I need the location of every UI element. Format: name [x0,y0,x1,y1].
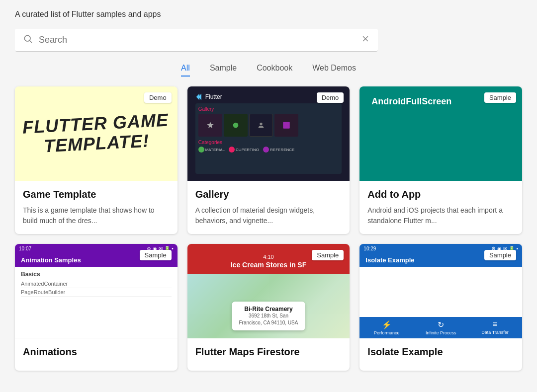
isolate-time: 10:29 [363,246,376,251]
card-animation-body: Animations [15,338,178,371]
svg-line-1 [30,41,32,43]
card-game-template[interactable]: Flutter GameTemplate! Demo Game Template… [15,86,178,234]
gallery-thumbnails [198,114,339,137]
isolate-infinite-label: Infinite Process [426,330,456,335]
svg-point-6 [260,123,262,125]
card-isolate[interactable]: 10:29 ⚙ ◉ ✉ 🔋 • Isolate Example ⚡ [359,244,522,371]
card-game-template-body: Game Template This is a game template th… [15,181,178,234]
card-isolate-title: Isolate Example [367,346,514,358]
gallery-section-label: Gallery [198,106,339,112]
isolate-bottom-nav: ⚡ Performance ↻ Infinite Process ≡ Data … [359,317,522,338]
page-container: A curated list of Flutter samples and ap… [0,0,537,381]
card-add-to-app[interactable]: AndroidFullScreen Sample Add to App Andr… [359,86,522,234]
search-bar [15,29,378,52]
page-subtitle: A curated list of Flutter samples and ap… [15,10,522,19]
card-animation-image: 10:07 ⚙ ◉ ✉ 🔋 • Animation Samples Basics… [15,244,178,338]
card-gallery-body: Gallery A collection of material design … [187,181,350,234]
tabs-container: All Sample Cookbook Web Demos [15,64,522,77]
card-animation-title: Animations [23,346,170,358]
card-game-template-title: Game Template [23,189,170,200]
card-gallery[interactable]: Flutter Gallery [187,86,350,234]
isolate-nav-infinite: ↻ Infinite Process [414,320,468,335]
maps-content: Bi-Rite Creamery 3692 18th St, SanFranci… [187,274,350,338]
card-maps-body: Flutter Maps Firestore [187,338,350,371]
search-icon [23,34,33,46]
card-game-template-image: Flutter GameTemplate! Demo [15,86,178,181]
gallery-cat-reference: REFERENCE [263,147,294,153]
card-maps-image: 4:10 Ice Cream Stores in SF Bi-Rite Crea… [187,244,350,338]
tab-cookbook[interactable]: Cookbook [257,64,292,77]
gallery-flutter-label: Flutter [205,93,222,100]
svg-point-5 [233,123,238,128]
isolate-infinite-icon: ↻ [438,320,444,329]
isolate-performance-label: Performance [374,330,400,335]
isolate-transfer-label: Data Transfer [481,330,509,335]
search-input[interactable] [39,35,361,45]
isolate-content [359,267,522,317]
badge-maps: Sample [312,250,344,260]
gallery-cat-cupertino: CUPERTINO [229,147,259,153]
card-maps[interactable]: 4:10 Ice Cream Stores in SF Bi-Rite Crea… [187,244,350,371]
svg-rect-7 [283,122,290,129]
gallery-mockup: Flutter Gallery [191,90,346,177]
gallery-categories-label: Categories [198,140,339,145]
card-gallery-image: Flutter Gallery [187,86,350,181]
badge-game-template: Demo [144,92,172,103]
isolate-nav-transfer: ≡ Data Transfer [468,320,522,335]
maps-title: Ice Cream Stores in SF [195,261,342,269]
game-template-graphic: Flutter GameTemplate! [22,110,170,157]
maps-popup-address: 3692 18th St, SanFrancisco, CA 94110, US… [239,313,298,326]
search-clear-icon[interactable] [361,34,370,46]
animation-list-section: Basics [21,271,172,278]
badge-animation: Sample [140,250,172,260]
card-animation[interactable]: 10:07 ⚙ ◉ ✉ 🔋 • Animation Samples Basics… [15,244,178,371]
animation-list-item-2: PageRouteBuilder [21,288,172,297]
card-gallery-desc: A collection of material design widgets,… [195,205,342,226]
tab-all[interactable]: All [181,64,190,77]
animation-content: Basics AnimatedContainer PageRouteBuilde… [15,267,178,338]
gallery-categories-row: MATERIAL CUPERTINO REFERENCE [198,147,339,153]
card-gallery-title: Gallery [195,189,342,200]
card-isolate-image: 10:29 ⚙ ◉ ✉ 🔋 • Isolate Example ⚡ [359,244,522,338]
card-maps-title: Flutter Maps Firestore [195,346,342,358]
animation-time: 10:07 [19,246,31,251]
card-add-to-app-title: Add to App [367,189,514,200]
gallery-thumb-4 [274,114,298,137]
card-add-to-app-desc: Android and iOS projects that each impor… [367,205,514,226]
maps-popup-title: Bi-Rite Creamery [239,306,298,313]
badge-gallery: Demo [317,92,344,103]
gallery-thumb-2 [224,114,248,137]
tab-web-demos[interactable]: Web Demos [312,64,356,77]
isolate-transfer-icon: ≡ [493,320,497,329]
badge-isolate: Sample [484,250,516,260]
gallery-thumb-3 [249,114,273,137]
svg-marker-4 [207,122,213,128]
isolate-nav-performance: ⚡ Performance [359,320,414,335]
isolate-performance-icon: ⚡ [382,320,392,329]
tab-sample[interactable]: Sample [210,64,237,77]
svg-point-0 [24,35,30,41]
gallery-cat-material: MATERIAL [198,147,225,153]
badge-add-to-app: Sample [484,92,516,103]
cards-grid: Flutter GameTemplate! Demo Game Template… [15,86,522,371]
card-add-to-app-image: AndroidFullScreen Sample [359,86,522,181]
card-add-to-app-body: Add to App Android and iOS projects that… [359,181,522,234]
maps-popup: Bi-Rite Creamery 3692 18th St, SanFranci… [232,302,305,330]
animation-list-item-1: AnimatedContainer [21,280,172,288]
card-game-template-desc: This is a game template that shows how t… [23,205,170,226]
gallery-content-box: Gallery [195,103,342,174]
card-isolate-body: Isolate Example [359,338,522,371]
gallery-thumb-1 [198,114,222,137]
